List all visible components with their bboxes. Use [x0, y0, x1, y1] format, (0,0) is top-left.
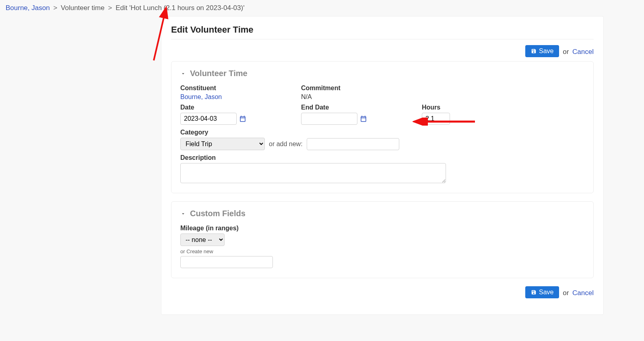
mileage-label: Mileage (in ranges): [180, 225, 584, 232]
create-new-text: or Create new: [180, 248, 584, 254]
constituent-link[interactable]: Bourne, Jason: [180, 93, 222, 100]
volunteer-time-panel: Volunteer Time Constituent Bourne, Jason…: [171, 61, 594, 193]
page-title: Edit Volunteer Time: [171, 25, 594, 35]
breadcrumb: Bourne, Jason > Volunteer time > Edit 'H…: [0, 0, 644, 16]
breadcrumb-sep: >: [53, 4, 57, 12]
save-button[interactable]: Save: [525, 45, 559, 57]
category-select[interactable]: Field Trip: [180, 138, 265, 150]
save-icon: [531, 48, 537, 54]
panel-header-volunteer-time[interactable]: Volunteer Time: [180, 69, 584, 78]
page-content: Edit Volunteer Time Save or Cancel Volun…: [161, 16, 604, 315]
cancel-link[interactable]: Cancel: [572, 48, 594, 56]
chevron-down-icon: [180, 211, 186, 217]
panel-header-custom-fields[interactable]: Custom Fields: [180, 209, 584, 218]
create-new-input[interactable]: [180, 256, 273, 268]
or-text: or: [563, 289, 569, 297]
date-input[interactable]: [180, 113, 237, 125]
save-button-label: Save: [539, 289, 553, 296]
save-bar-bottom: Save or Cancel: [171, 286, 594, 298]
save-button[interactable]: Save: [525, 286, 559, 298]
calendar-icon[interactable]: [360, 115, 367, 122]
calendar-icon[interactable]: [239, 115, 246, 122]
save-icon: [531, 289, 537, 295]
date-label: Date: [180, 104, 285, 111]
hours-label: Hours: [422, 104, 526, 111]
save-bar-top: Save or Cancel: [171, 45, 594, 57]
description-textarea[interactable]: [180, 163, 446, 183]
breadcrumb-link-volunteer-time: Volunteer time: [61, 4, 105, 12]
description-label: Description: [180, 154, 584, 161]
divider: [171, 39, 594, 39]
custom-fields-panel: Custom Fields Mileage (in ranges) -- non…: [171, 201, 594, 278]
breadcrumb-sep: >: [108, 4, 112, 12]
category-label: Category: [180, 129, 584, 136]
constituent-label: Constituent: [180, 85, 285, 92]
commitment-label: Commitment: [301, 85, 406, 92]
end-date-input[interactable]: [301, 113, 357, 125]
commitment-value: N/A: [301, 93, 312, 100]
panel-title-text: Custom Fields: [190, 209, 246, 218]
cancel-link[interactable]: Cancel: [572, 289, 594, 297]
save-button-label: Save: [539, 48, 553, 55]
mileage-select[interactable]: -- none --: [180, 234, 225, 246]
hours-input[interactable]: [422, 113, 450, 125]
chevron-down-icon: [180, 71, 186, 76]
add-new-category-input[interactable]: [307, 138, 399, 150]
breadcrumb-link-constituent[interactable]: Bourne, Jason: [6, 4, 50, 12]
breadcrumb-current: Edit 'Hot Lunch (2.1 hours on 2023-04-03…: [116, 4, 244, 12]
panel-title-text: Volunteer Time: [190, 69, 248, 78]
end-date-label: End Date: [301, 104, 406, 111]
or-text: or: [563, 48, 569, 56]
add-new-text: or add new:: [269, 141, 303, 148]
